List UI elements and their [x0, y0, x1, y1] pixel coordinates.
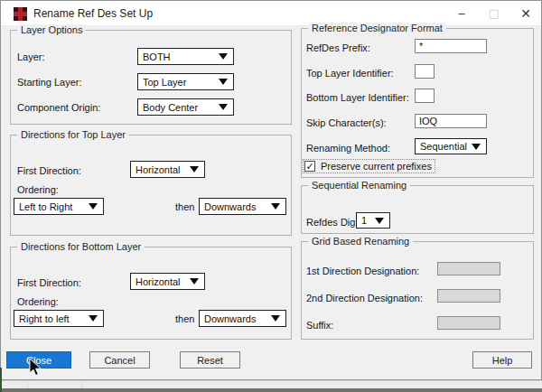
reset-button[interactable]: Reset [180, 351, 240, 369]
chevron-down-icon [219, 104, 228, 110]
second-designation-field [437, 289, 500, 303]
bottom-then-dropdown[interactable]: Downwards [199, 310, 286, 327]
renaming-method-label: Renaming Method: [306, 143, 390, 154]
top-then-dropdown[interactable]: Downwards [199, 198, 286, 215]
component-origin-dropdown-value: Body Center [138, 102, 219, 113]
status-bar-separator [27, 381, 28, 388]
group-title: Directions for Bottom Layer [17, 241, 145, 252]
help-button[interactable]: Help [472, 351, 532, 369]
starting-layer-label: Starting Layer: [17, 77, 82, 88]
top-layer-identifier-field[interactable] [415, 64, 435, 79]
background-status-bar [0, 380, 542, 388]
preserve-prefixes-label: Preserve current prefixes [321, 161, 432, 172]
top-then-label: then [175, 201, 194, 212]
chevron-down-icon [271, 315, 280, 322]
top-ordering-value: Left to Right [14, 201, 89, 212]
top-then-value: Downwards [200, 201, 271, 212]
top-ordering-dropdown[interactable]: Left to Right [14, 198, 104, 215]
top-first-direction-dropdown[interactable]: Horizontal [130, 161, 205, 178]
chevron-down-icon [375, 218, 384, 224]
close-icon[interactable]: ✕ [512, 1, 539, 26]
app-icon-corner [23, 16, 27, 21]
chevron-down-icon [190, 278, 199, 285]
second-designation-label: 2nd Direction Designation: [306, 293, 423, 303]
app-icon-corner [14, 16, 18, 21]
screen: Rename Ref Des Set Up – ▢ ✕ Layer Option… [0, 0, 542, 392]
component-origin-label: Component Origin: [17, 102, 100, 113]
refdes-prefix-field[interactable]: * [415, 39, 487, 53]
top-first-direction-value: Horizontal [131, 164, 190, 175]
suffix-label: Suffix: [306, 320, 333, 331]
status-bar-separator [81, 381, 82, 388]
starting-layer-dropdown[interactable]: Top Layer [137, 73, 234, 90]
bottom-first-direction-value: Horizontal [131, 276, 190, 287]
bottom-ordering-dropdown[interactable]: Right to left [14, 310, 104, 327]
suffix-field [437, 316, 500, 330]
layer-label: Layer: [17, 51, 45, 62]
top-layer-identifier-label: Top Layer Identifier: [306, 68, 394, 79]
first-designation-label: 1st Direction Designation: [306, 266, 419, 276]
bottom-then-label: then [175, 313, 194, 324]
chevron-down-icon [472, 144, 481, 150]
rename-refdes-dialog: Rename Ref Des Set Up – ▢ ✕ Layer Option… [0, 0, 542, 380]
component-origin-dropdown[interactable]: Body Center [137, 98, 234, 116]
app-icon-corner [14, 7, 18, 12]
starting-layer-dropdown-value: Top Layer [138, 77, 219, 88]
renaming-method-dropdown[interactable]: Sequential [415, 138, 487, 154]
bottom-layer-identifier-label: Bottom Layer Identifier: [306, 92, 409, 103]
background-app-strip [0, 388, 542, 392]
layer-dropdown-value: BOTH [138, 51, 219, 62]
bottom-ordering-label: Ordering: [17, 296, 59, 307]
refdes-digits-dropdown[interactable]: 1 [356, 212, 390, 229]
app-icon [14, 7, 27, 21]
maximize-icon: ▢ [481, 1, 508, 26]
chevron-down-icon [219, 79, 228, 85]
title-bar: Rename Ref Des Set Up – ▢ ✕ [1, 1, 541, 26]
skip-characters-field[interactable]: IOQ [415, 114, 487, 128]
preserve-prefixes-checkbox-row[interactable]: ✓ Preserve current prefixes [303, 159, 435, 173]
group-title: Layer Options [17, 24, 86, 35]
bottom-ordering-value: Right to left [14, 313, 89, 324]
skip-characters-label: Skip Character(s): [306, 117, 387, 128]
refdes-digits-value: 1 [357, 215, 375, 226]
group-title: Sequential Renaming [308, 180, 410, 191]
group-title: Directions for Top Layer [17, 129, 129, 140]
layer-dropdown[interactable]: BOTH [137, 48, 234, 65]
bottom-first-direction-label: First Direction: [17, 277, 81, 288]
bottom-first-direction-dropdown[interactable]: Horizontal [130, 273, 205, 290]
cancel-button[interactable]: Cancel [89, 351, 150, 369]
first-designation-field [437, 262, 500, 275]
checkbox-check-icon[interactable]: ✓ [304, 161, 315, 172]
chevron-down-icon [89, 203, 98, 210]
background-pcb-sliver [0, 368, 2, 392]
app-icon-corner [23, 7, 27, 12]
chevron-down-icon [219, 53, 228, 60]
top-ordering-label: Ordering: [17, 184, 59, 195]
chevron-down-icon [190, 166, 199, 173]
chevron-down-icon [89, 315, 98, 322]
renaming-method-value: Sequential [416, 141, 472, 152]
chevron-down-icon [271, 203, 280, 210]
refdes-prefix-label: RefDes Prefix: [306, 42, 370, 53]
bottom-then-value: Downwards [200, 313, 271, 324]
window-title: Rename Ref Des Set Up [33, 1, 153, 26]
bottom-layer-identifier-field[interactable] [415, 89, 435, 103]
top-first-direction-label: First Direction: [17, 165, 81, 176]
group-title: Reference Designator Format [308, 23, 446, 33]
group-title: Grid Based Renaming [308, 236, 413, 247]
mouse-cursor-icon [28, 358, 42, 378]
minimize-icon[interactable]: – [448, 1, 475, 26]
